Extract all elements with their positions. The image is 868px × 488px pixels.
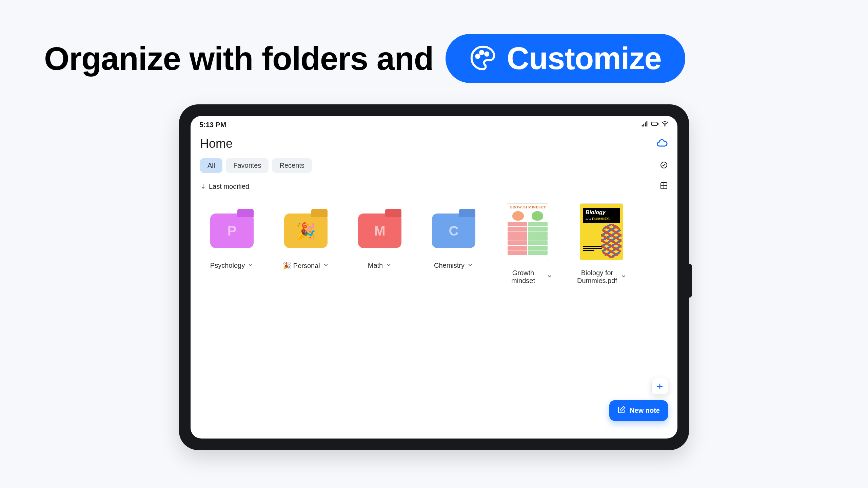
sort-label: Last modified — [209, 183, 249, 190]
chevron-down-icon[interactable] — [467, 262, 473, 269]
svg-rect-5 — [645, 122, 646, 126]
new-note-label: New note — [630, 407, 660, 414]
tablet-screen: 5:13 PM Home — [191, 116, 677, 439]
svg-rect-8 — [657, 123, 658, 125]
svg-rect-3 — [642, 125, 643, 127]
items-grid: P Psychology 🎉 🎉 Personal — [200, 203, 668, 285]
folder-label: Psychology — [210, 262, 245, 269]
folder-math[interactable]: M Math — [355, 203, 405, 285]
folder-icon: C — [432, 214, 475, 248]
palette-icon — [469, 44, 496, 73]
battery-icon — [651, 120, 658, 129]
chevron-down-icon[interactable] — [386, 262, 392, 269]
customize-pill: Customize — [446, 34, 685, 83]
status-icons — [641, 120, 669, 129]
folder-chemistry[interactable]: C Chemistry — [429, 203, 479, 285]
svg-point-9 — [665, 126, 665, 126]
folder-label: Chemistry — [434, 262, 465, 269]
select-mode-button[interactable] — [660, 161, 668, 170]
hero-headline: Organize with folders and Customize — [44, 34, 824, 83]
view-toggle-button[interactable] — [660, 182, 668, 191]
chevron-down-icon[interactable] — [620, 273, 627, 281]
document-label: Biology for Dummies.pdf — [576, 269, 618, 285]
document-label: Growth mindset — [502, 269, 544, 285]
svg-point-2 — [485, 52, 488, 55]
svg-rect-6 — [647, 121, 648, 127]
tablet-frame: 5:13 PM Home — [179, 104, 689, 450]
add-button[interactable] — [652, 378, 668, 394]
chevron-down-icon[interactable] — [248, 262, 254, 269]
filter-tabs: All Favorites Recents — [200, 158, 312, 173]
folder-icon: 🎉 — [284, 214, 328, 248]
tab-favorites[interactable]: Favorites — [226, 158, 269, 173]
status-time: 5:13 PM — [199, 121, 226, 129]
new-note-button[interactable]: New note — [609, 400, 668, 421]
customize-pill-label: Customize — [507, 41, 661, 76]
folder-psychology[interactable]: P Psychology — [207, 203, 257, 285]
tablet-power-button — [689, 264, 692, 298]
chevron-down-icon[interactable] — [323, 262, 329, 269]
sort-button[interactable]: Last modified — [200, 183, 249, 190]
document-thumbnail: GROWTH MINDSET — [506, 203, 549, 260]
svg-rect-7 — [652, 122, 657, 125]
wifi-icon — [661, 120, 669, 129]
svg-point-1 — [480, 51, 483, 54]
doc-biology-dummies[interactable]: Biology FORDUMMIES Biology for Dummies.p… — [576, 203, 627, 285]
svg-rect-4 — [643, 124, 644, 126]
folder-icon: M — [358, 214, 401, 248]
cloud-sync-button[interactable] — [656, 137, 668, 150]
svg-point-0 — [476, 55, 479, 58]
signal-icon — [641, 120, 648, 129]
doc-growth-mindset[interactable]: GROWTH MINDSET — [502, 203, 553, 285]
compose-icon — [617, 406, 626, 415]
folder-label: 🎉 Personal — [283, 262, 320, 270]
folder-icon: P — [210, 214, 254, 248]
tab-all[interactable]: All — [200, 158, 222, 173]
folder-personal[interactable]: 🎉 🎉 Personal — [281, 203, 331, 285]
chevron-down-icon[interactable] — [547, 273, 553, 281]
document-thumbnail: Biology FORDUMMIES — [580, 203, 623, 260]
status-bar: 5:13 PM — [191, 116, 677, 133]
folder-label: Math — [368, 262, 383, 269]
tab-recents[interactable]: Recents — [272, 158, 312, 173]
page-title: Home — [200, 137, 233, 151]
headline-text: Organize with folders and — [44, 40, 433, 77]
